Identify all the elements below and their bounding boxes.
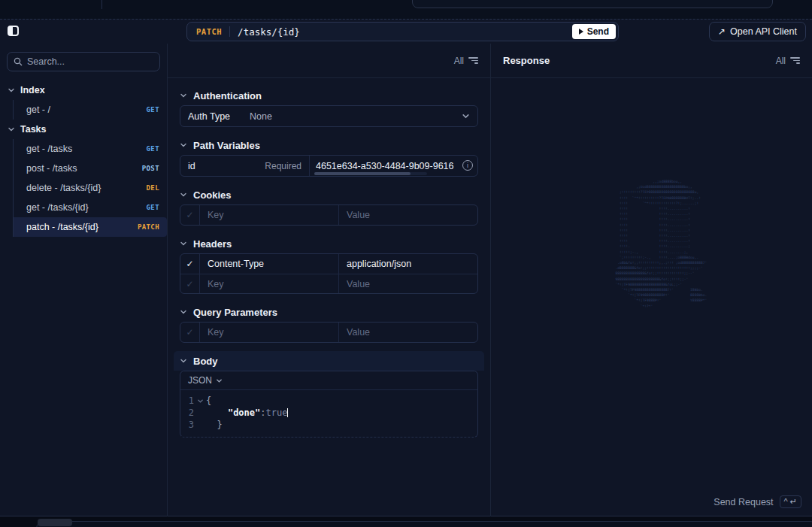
query-parameters-box: ✓ — [180, 322, 478, 343]
sidebar-toggle-icon[interactable] — [8, 26, 19, 36]
response-title: Response — [503, 55, 550, 66]
cookie-value-input[interactable] — [347, 210, 470, 220]
method-label: PATCH — [196, 27, 222, 36]
path-variable-key-cell: id Required — [180, 156, 309, 176]
auth-type-row[interactable]: Auth Type None — [180, 106, 477, 126]
group-label: Index — [20, 85, 45, 95]
cookies-box: ✓ — [180, 204, 478, 226]
line-number: 1 — [180, 395, 194, 406]
sidebar: Index get - / GET Tasks get - /tasks GET — [0, 44, 168, 517]
address-divider — [229, 26, 230, 37]
chevron-down-icon — [216, 377, 223, 384]
search-icon — [14, 57, 23, 66]
required-label: Required — [265, 161, 301, 171]
arrow-up-right-icon: ↗ — [718, 26, 726, 37]
key-cell[interactable] — [200, 323, 338, 342]
sidebar-item-patch-task[interactable]: patch - /tasks/{id} PATCH — [14, 217, 167, 237]
body-format-label: JSON — [188, 375, 212, 386]
section-title: Cookies — [193, 189, 232, 201]
send-label: Send — [587, 26, 609, 37]
scrollbar-thumb[interactable] — [314, 172, 411, 175]
clipped-panel-edge — [36, 521, 812, 527]
code-key-token: "done" — [228, 407, 260, 418]
header-row-empty: ✓ — [180, 274, 477, 293]
headers-box: ✓ Content-Type application/json ✓ — [180, 253, 478, 294]
body-format-select[interactable]: JSON — [180, 371, 477, 390]
sidebar-group-tasks[interactable]: Tasks — [0, 120, 167, 139]
api-client-window: PATCH /tasks/{id} Send ↗ Open API Client — [0, 19, 812, 516]
line-number: 3 — [180, 419, 194, 430]
play-icon — [579, 29, 583, 35]
open-api-client-button[interactable]: ↗ Open API Client — [709, 22, 806, 41]
cookie-key-input[interactable] — [208, 210, 331, 220]
section-query-parameters[interactable]: Query Parameters — [180, 302, 478, 322]
section-headers[interactable]: Headers — [180, 234, 478, 253]
section-title: Headers — [193, 238, 232, 250]
text-cursor — [287, 408, 288, 417]
send-button[interactable]: Send — [572, 24, 616, 39]
horizontal-scrollbar[interactable] — [314, 172, 427, 175]
group-label: Tasks — [20, 124, 47, 135]
row-checkbox[interactable]: ✓ — [180, 205, 200, 225]
auth-type-value: None — [250, 111, 272, 122]
clipped-divider — [102, 0, 102, 9]
row-checkbox-checked[interactable]: ✓ — [180, 254, 200, 274]
section-cookies[interactable]: Cookies — [180, 185, 478, 204]
chevron-down-icon — [8, 86, 15, 94]
code-line: 1 { — [180, 395, 477, 407]
request-path: /tasks/{id} — [238, 26, 300, 38]
path-variable-value-cell[interactable]: i — [309, 156, 477, 176]
row-checkbox[interactable]: ✓ — [180, 274, 200, 293]
header-key-input[interactable] — [208, 279, 331, 289]
key-cell[interactable]: Content-Type — [200, 254, 338, 274]
query-value-input[interactable] — [347, 327, 470, 338]
value-cell[interactable] — [338, 323, 477, 342]
fold-chevron-icon[interactable] — [194, 398, 206, 404]
value-cell[interactable] — [338, 274, 477, 293]
row-checkbox[interactable]: ✓ — [180, 323, 200, 342]
filter-label: All — [454, 56, 464, 66]
section-path-variables[interactable]: Path Variables — [180, 135, 478, 155]
request-filter[interactable]: All — [454, 56, 478, 66]
endpoint-label: patch - /tasks/{id} — [26, 222, 98, 232]
send-request-hint[interactable]: Send Request ^ ↵ — [714, 495, 801, 508]
path-variables-box: id Required i — [180, 155, 478, 177]
search-box[interactable] — [7, 52, 160, 71]
sidebar-item-post-tasks[interactable]: post - /tasks POST — [14, 159, 167, 178]
body-code-editor[interactable]: 1 { 2 "done":true 3 — [180, 390, 477, 437]
header-value-input[interactable] — [347, 279, 470, 289]
variable-value-input[interactable] — [316, 161, 458, 171]
section-title: Path Variables — [193, 140, 260, 151]
address-bar[interactable]: PATCH /tasks/{id} Send — [186, 22, 619, 41]
filter-label: All — [776, 56, 786, 66]
sidebar-group-index[interactable]: Index — [0, 80, 167, 100]
page-behind-bottom — [0, 516, 812, 527]
code-separator: : — [260, 407, 265, 418]
sidebar-item-get-task[interactable]: get - /tasks/{id} GET — [14, 198, 167, 217]
chevron-down-icon — [180, 357, 187, 365]
request-sections: Authentication Auth Type None — [168, 78, 490, 517]
search-input[interactable] — [27, 56, 153, 67]
sidebar-item-delete-task[interactable]: delete - /tasks/{id} DEL — [14, 178, 167, 198]
chevron-down-icon — [8, 126, 15, 133]
response-panel-header: Response All — [491, 44, 812, 78]
key-cell[interactable] — [200, 205, 338, 225]
line-number: 2 — [180, 407, 194, 418]
response-filter[interactable]: All — [776, 56, 800, 66]
endpoint-label: delete - /tasks/{id} — [26, 183, 101, 193]
group-items-tasks: get - /tasks GET post - /tasks POST dele… — [13, 139, 167, 237]
value-cell[interactable] — [338, 205, 477, 225]
section-authentication[interactable]: Authentication — [180, 86, 478, 105]
query-key-input[interactable] — [208, 327, 331, 338]
section-body[interactable]: Body — [174, 351, 484, 371]
value-cell[interactable]: application/json — [338, 254, 477, 274]
key-cell[interactable] — [200, 274, 338, 293]
page-behind-top — [0, 0, 812, 19]
body-box: JSON 1 { — [180, 371, 478, 438]
sidebar-item-get-tasks[interactable]: get - /tasks GET — [14, 139, 167, 159]
header-value: application/json — [347, 259, 411, 269]
path-variable-row: id Required i — [180, 156, 477, 176]
info-icon[interactable]: i — [462, 160, 473, 171]
endpoint-label: get - /tasks/{id} — [26, 202, 89, 213]
sidebar-item-get-root[interactable]: get - / GET — [14, 100, 167, 120]
